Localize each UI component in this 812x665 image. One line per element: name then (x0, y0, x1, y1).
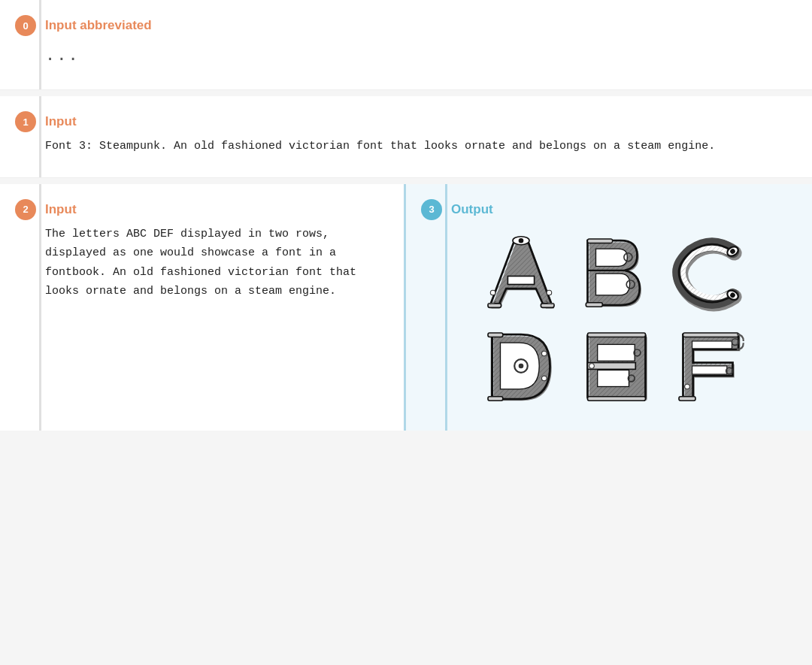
badge-3: 3 (421, 199, 442, 220)
svg-point-7 (547, 291, 552, 296)
split-row: 2 Input The letters ABC DEF displayed in… (0, 184, 812, 431)
letter-C (669, 229, 756, 316)
letter-D (478, 323, 565, 410)
letter-F (669, 323, 756, 410)
svg-rect-35 (588, 397, 646, 401)
svg-rect-33 (588, 363, 636, 370)
content-0: ... (45, 41, 782, 68)
svg-point-38 (589, 364, 595, 369)
output-visual (451, 229, 782, 410)
letter-E (574, 323, 660, 410)
svg-rect-43 (679, 397, 695, 401)
svg-rect-42 (683, 333, 739, 337)
svg-point-46 (685, 385, 690, 390)
label-2: Input (45, 202, 374, 217)
block-1: 1 Input Font 3: Steampunk. An old fashio… (0, 96, 812, 178)
svg-point-26 (542, 376, 547, 382)
svg-rect-40 (692, 341, 732, 349)
block-0: 0 Input abbreviated ... (0, 0, 812, 90)
badge-1: 1 (15, 111, 36, 132)
svg-rect-13 (588, 239, 613, 243)
svg-point-24 (519, 364, 524, 369)
svg-point-25 (542, 352, 547, 357)
label-1: Input (45, 114, 782, 129)
letter-B (574, 229, 660, 316)
letters-row-1 (451, 229, 782, 316)
svg-rect-1 (508, 277, 534, 285)
svg-rect-31 (598, 345, 635, 361)
svg-point-3 (519, 238, 524, 243)
svg-rect-21 (488, 333, 503, 337)
svg-rect-32 (598, 370, 629, 387)
badge-0: 0 (15, 15, 36, 36)
label-3: Output (451, 202, 782, 217)
letter-A (478, 229, 565, 316)
block-3: 3 Output (406, 184, 812, 431)
svg-rect-10 (586, 303, 602, 307)
badge-2: 2 (15, 199, 36, 220)
svg-rect-34 (588, 333, 646, 337)
letters-row-2 (451, 323, 782, 410)
svg-rect-22 (488, 397, 503, 401)
content-2: The letters ABC DEF displayed in two row… (45, 225, 374, 301)
label-0: Input abbreviated (45, 18, 782, 33)
page-container: 0 Input abbreviated ... 1 Input Font 3: … (0, 0, 812, 431)
block-2: 2 Input The letters ABC DEF displayed in… (0, 184, 406, 431)
svg-rect-41 (692, 366, 727, 374)
content-1: Font 3: Steampunk. An old fashioned vict… (45, 137, 782, 156)
svg-point-6 (490, 291, 495, 296)
